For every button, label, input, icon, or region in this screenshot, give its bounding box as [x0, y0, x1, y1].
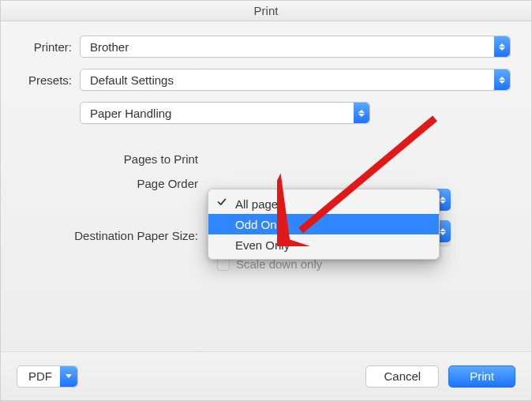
presets-select[interactable]: Default Settings — [80, 69, 511, 91]
dest-paper-label: Destination Paper Size: — [21, 229, 208, 242]
presets-label: Presets: — [21, 73, 80, 87]
titlebar: Print — [1, 1, 531, 21]
presets-value: Default Settings — [90, 73, 174, 87]
window-title: Print — [254, 4, 279, 17]
print-button[interactable]: Print — [448, 365, 515, 388]
checkmark-icon — [216, 197, 229, 209]
menu-item-all-pages[interactable]: All pages — [208, 193, 439, 214]
section-value: Paper Handling — [90, 107, 171, 120]
printer-value: Brother — [90, 40, 129, 54]
printer-label: Printer: — [21, 40, 80, 54]
printer-select[interactable]: Brother — [80, 36, 511, 58]
updown-icon — [494, 69, 510, 90]
menu-item-label: Even Only — [235, 238, 290, 252]
updown-icon — [494, 36, 510, 57]
pdf-menu-button[interactable]: PDF — [17, 365, 78, 388]
updown-icon — [354, 103, 369, 123]
pages-to-print-label: Pages to Print — [21, 152, 208, 166]
section-row: Paper Handling — [80, 102, 511, 124]
pages-to-print-row: Pages to Print — [21, 152, 511, 166]
page-order-label: Page Order — [21, 177, 208, 190]
menu-item-odd-only[interactable]: Odd Only — [208, 214, 439, 234]
section-select[interactable]: Paper Handling — [80, 102, 370, 124]
presets-row: Presets: Default Settings — [21, 69, 511, 91]
printer-row: Printer: Brother — [21, 36, 511, 58]
menu-item-label: Odd Only — [235, 218, 285, 231]
dialog-content: Printer: Brother Presets: Default Settin… — [1, 21, 531, 351]
pages-to-print-menu[interactable]: All pages Odd Only Even Only — [208, 189, 440, 260]
cancel-button[interactable]: Cancel — [365, 365, 439, 388]
print-dialog: Print Printer: Brother Presets: Default … — [0, 0, 532, 401]
chevron-down-icon — [60, 366, 77, 387]
footer: PDF Cancel Print — [1, 351, 531, 400]
pdf-label: PDF — [28, 369, 52, 383]
menu-item-even-only[interactable]: Even Only — [208, 234, 439, 255]
menu-item-label: All pages — [235, 197, 284, 211]
